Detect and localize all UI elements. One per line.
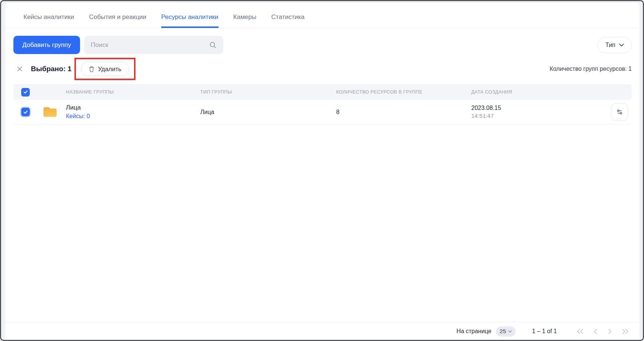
column-header-created: ДАТА СОЗДАНИЯ (471, 89, 609, 95)
folder-icon (43, 106, 57, 118)
per-page-value: 25 (500, 328, 506, 335)
pagination-bar: На странице 25 1 – 1 of 1 (5, 322, 640, 340)
tab-analytics-resources[interactable]: Ресурсы аналитики (161, 3, 219, 28)
pagination-nav (576, 329, 629, 334)
delete-button[interactable]: Удалить (81, 62, 129, 76)
search-box[interactable] (84, 36, 223, 54)
row-settings-button[interactable] (611, 103, 628, 121)
groups-total-label: Количество групп ресурсов: 1 (549, 66, 632, 72)
table-header-row: НАЗВАНИЕ ГРУППЫ ТИП ГРУППЫ КОЛИЧЕСТВО РЕ… (13, 84, 632, 100)
per-page-select[interactable]: 25 (496, 326, 516, 337)
search-icon (209, 41, 217, 49)
tab-statistics[interactable]: Статистика (271, 3, 305, 28)
column-header-resources-count: КОЛИЧЕСТВО РЕСУРСОВ В ГРУППЕ (336, 89, 471, 95)
chevron-down-icon (619, 44, 624, 47)
add-group-button[interactable]: Добавить группу (13, 36, 80, 54)
per-page-label: На странице (456, 328, 491, 335)
tab-events-reactions[interactable]: События и реакции (89, 3, 146, 28)
type-filter-button[interactable]: Тип (597, 37, 632, 53)
row-checkbox[interactable] (21, 108, 30, 116)
trash-icon (89, 66, 95, 72)
first-page-button[interactable] (576, 329, 584, 334)
selection-bar: Выбрано: 1 Удалить Количество групп ресу… (16, 58, 632, 80)
next-page-button[interactable] (608, 329, 612, 334)
table-row: Лица Кейсы: 0 Лица 8 2023.08.15 14:51:47 (13, 100, 632, 124)
column-header-type: ТИП ГРУППЫ (200, 89, 336, 95)
select-all-checkbox[interactable] (21, 88, 30, 97)
chevron-right-icon (608, 329, 612, 334)
group-name: Лица (66, 104, 90, 111)
delete-button-label: Удалить (98, 66, 121, 73)
prev-page-button[interactable] (593, 329, 598, 334)
check-icon (23, 90, 28, 94)
group-resources-count: 8 (336, 109, 471, 116)
group-type: Лица (200, 109, 336, 116)
chevron-left-icon (593, 329, 598, 334)
check-icon (23, 110, 28, 114)
chevron-down-icon (508, 330, 512, 333)
search-input[interactable] (91, 41, 209, 49)
clear-selection-icon[interactable] (16, 66, 23, 72)
created-time: 14:51:47 (471, 113, 609, 119)
type-filter-label: Тип (605, 42, 615, 48)
last-page-button[interactable] (622, 329, 629, 334)
tab-analytics-cases[interactable]: Кейсы аналитики (23, 3, 74, 28)
toolbar: Добавить группу Тип (13, 36, 632, 54)
column-header-name: НАЗВАНИЕ ГРУППЫ (43, 89, 200, 95)
annotation-highlight-box: Удалить (74, 58, 136, 80)
double-chevron-left-icon (576, 329, 584, 334)
resource-groups-table: НАЗВАНИЕ ГРУППЫ ТИП ГРУППЫ КОЛИЧЕСТВО РЕ… (13, 84, 632, 124)
tab-bar: Кейсы аналитики События и реакции Ресурс… (5, 3, 640, 28)
double-chevron-right-icon (622, 329, 629, 334)
content-panel: Кейсы аналитики События и реакции Ресурс… (5, 3, 640, 340)
sliders-icon (616, 108, 624, 116)
cases-link[interactable]: Кейсы: 0 (66, 112, 90, 120)
page-range-label: 1 – 1 of 1 (532, 328, 557, 335)
tab-cameras[interactable]: Камеры (233, 3, 256, 28)
selected-count-label: Выбрано: 1 (31, 65, 71, 73)
created-date: 2023.08.15 (471, 105, 609, 111)
